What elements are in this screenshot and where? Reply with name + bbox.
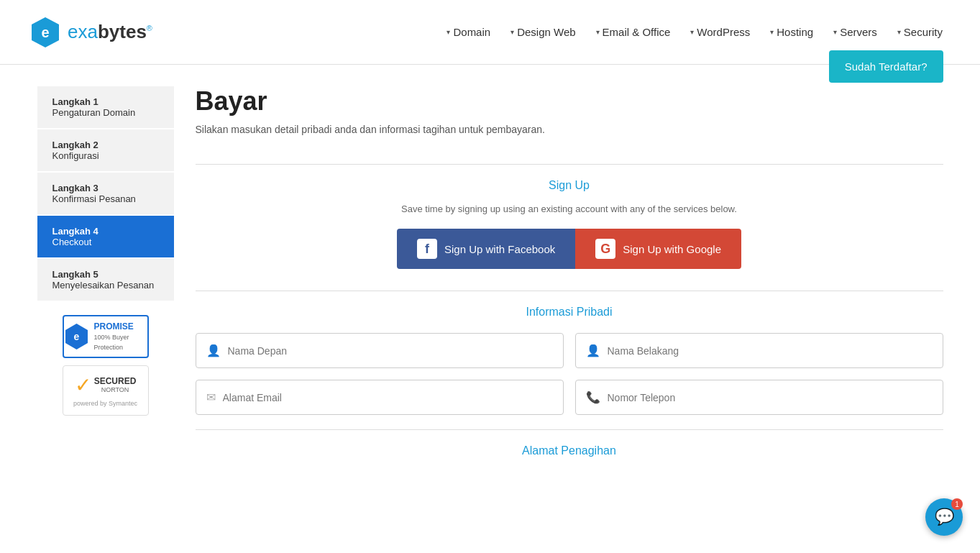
form-row-contact: ✉ 📞: [196, 380, 943, 415]
nav-item-hosting[interactable]: ▾ Hosting: [761, 20, 822, 44]
main-nav: ▾ Domain ▾ Design Web ▾ Email & Office ▾…: [196, 20, 951, 44]
nav-item-domain[interactable]: ▾ Domain: [438, 20, 499, 44]
logo-text: exabytes®: [68, 21, 152, 43]
sidebar-badges: e PROMISE 100% Buyer Protection ✓ SECURE…: [37, 315, 174, 416]
nama-depan-field: 👤: [196, 333, 564, 368]
sidebar-step-5[interactable]: Langkah 5 Menyelesaikan Pesanan: [37, 259, 174, 301]
nav-item-wordpress[interactable]: ▾ WordPress: [682, 20, 759, 44]
nav-item-security[interactable]: ▾ Security: [889, 20, 951, 44]
social-buttons: f Sign Up with Facebook G Sign Up with G…: [196, 229, 943, 269]
logo[interactable]: e exabytes®: [29, 16, 152, 49]
email-field: ✉: [196, 380, 564, 415]
already-registered-button[interactable]: Sudah Terdaftar?: [829, 50, 943, 83]
nav-item-design-web[interactable]: ▾ Design Web: [502, 20, 584, 44]
google-signup-button[interactable]: G Sign Up with Google: [575, 229, 741, 269]
divider-billing: [196, 429, 943, 430]
title-row: Sudah Terdaftar? Bayar Silakan masukan d…: [196, 86, 943, 150]
phone-icon: 📞: [586, 390, 600, 404]
norton-badge: ✓ SECURED NORTON powered by Symantec: [63, 365, 149, 416]
email-input[interactable]: [223, 392, 553, 403]
sidebar: Langkah 1 Pengaturan Domain Langkah 2 Ko…: [37, 86, 174, 457]
nama-belakang-input[interactable]: [608, 345, 933, 357]
sidebar-step-2[interactable]: Langkah 2 Konfigurasi: [37, 129, 174, 171]
nav-item-email-office[interactable]: ▾ Email & Office: [587, 20, 679, 44]
person-icon-1: 👤: [206, 344, 221, 357]
svg-text:e: e: [41, 24, 49, 40]
email-icon: ✉: [206, 390, 216, 404]
sidebar-step-4[interactable]: Langkah 4 Checkout: [37, 216, 174, 257]
norton-check-icon: ✓: [75, 373, 91, 397]
page-subtitle: Silakan masukan detail pribadi anda dan …: [196, 124, 943, 135]
phone-input[interactable]: [608, 392, 933, 403]
page-title: Bayar: [196, 86, 943, 116]
nama-belakang-field: 👤: [575, 333, 943, 368]
nama-depan-input[interactable]: [228, 345, 553, 357]
divider-top: [196, 164, 943, 165]
personal-info-title: Informasi Pribadi: [196, 306, 943, 319]
signup-title: Sign Up: [196, 179, 943, 192]
signup-subtitle: Save time by signing up using an existin…: [196, 204, 943, 214]
facebook-signup-button[interactable]: f Sign Up with Facebook: [397, 229, 575, 269]
facebook-icon: f: [417, 239, 437, 259]
sidebar-step-1[interactable]: Langkah 1 Pengaturan Domain: [37, 86, 174, 128]
person-icon-2: 👤: [586, 344, 600, 357]
divider-personal: [196, 291, 943, 291]
google-icon: G: [595, 239, 615, 259]
nav-item-servers[interactable]: ▾ Servers: [825, 20, 886, 44]
epromise-badge: e PROMISE 100% Buyer Protection: [63, 315, 149, 358]
epromise-icon: e: [64, 324, 90, 349]
form-row-name: 👤 👤: [196, 333, 943, 368]
billing-section-title: Alamat Penagihan: [196, 444, 943, 457]
page-container: Langkah 1 Pengaturan Domain Langkah 2 Ko…: [23, 65, 958, 479]
logo-icon: e: [29, 16, 62, 49]
phone-field: 📞: [575, 380, 943, 415]
sidebar-step-3[interactable]: Langkah 3 Konfirmasi Pesanan: [37, 173, 174, 214]
main-content: Sudah Terdaftar? Bayar Silakan masukan d…: [196, 86, 943, 457]
